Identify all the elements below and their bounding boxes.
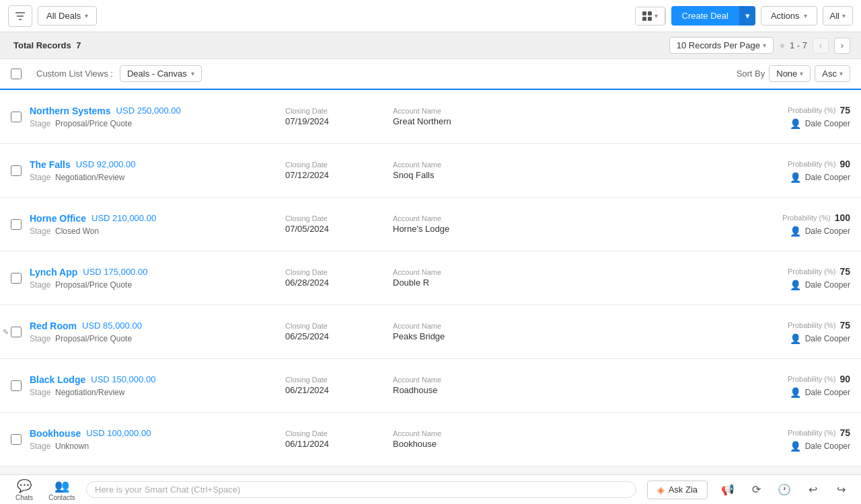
deal-probability: Probability (%) 75 👤 Dale Cooper xyxy=(716,427,850,452)
list-header-left: Custom List Views : Deals - Canvas ▾ xyxy=(11,65,202,82)
owner-name: Dale Cooper xyxy=(805,280,850,290)
svg-rect-4 xyxy=(648,11,652,15)
deal-name-link[interactable]: Black Lodge xyxy=(30,374,85,385)
account-name-label: Account Name xyxy=(393,214,527,222)
sort-none-dropdown[interactable]: None ▾ xyxy=(769,65,811,82)
deal-closing-date: Closing Date 07/12/2024 xyxy=(285,161,393,180)
total-records-text: Total Records 7 xyxy=(11,40,81,50)
closing-date-value: 07/12/2024 xyxy=(285,170,393,180)
deal-probability: Probability (%) 100 👤 Dale Cooper xyxy=(716,212,850,237)
deal-checkbox[interactable] xyxy=(11,380,22,391)
deal-main: Horne Office USD 210,000.00 Stage Closed… xyxy=(30,213,285,236)
deal-stage: Stage Proposal/Price Quote xyxy=(30,334,285,343)
probability-label: Probability (%) xyxy=(788,160,836,168)
create-deal-arrow-button[interactable]: ▾ xyxy=(739,6,755,26)
account-name-value: Roadhouse xyxy=(393,385,527,395)
account-name-value: Bookhouse xyxy=(393,439,527,449)
deal-name-link[interactable]: Northern Systems xyxy=(30,106,111,116)
actions-button[interactable]: Actions ▾ xyxy=(761,6,817,26)
deal-amount: USD 92,000.00 xyxy=(76,159,136,169)
sort-by-label: Sort By xyxy=(737,69,765,79)
prev-page-button[interactable]: ‹ xyxy=(813,38,829,54)
owner-name: Dale Cooper xyxy=(805,388,850,397)
deal-row: ✎ Black Lodge USD 150,000.00 Stage Negot… xyxy=(0,359,861,413)
probability-label: Probability (%) xyxy=(782,214,831,222)
account-name-value: Horne's Lodge xyxy=(393,224,527,234)
account-name-label: Account Name xyxy=(393,322,527,330)
next-page-button[interactable]: › xyxy=(834,38,850,54)
select-all-checkbox[interactable] xyxy=(11,69,22,79)
edit-pencil-icon[interactable]: ✎ xyxy=(3,327,9,336)
probability-value: 75 xyxy=(839,266,850,277)
create-deal-button[interactable]: Create Deal xyxy=(671,6,739,26)
deal-account: Account Name Horne's Lodge xyxy=(393,214,527,234)
deal-account: Account Name Great Northern xyxy=(393,107,527,126)
deal-stage-label: Stage xyxy=(30,226,50,236)
deal-closing-date: Closing Date 06/21/2024 xyxy=(285,376,393,395)
owner-name: Dale Cooper xyxy=(805,442,850,451)
deals-list: ✎ Northern Systems USD 250,000.00 Stage … xyxy=(0,89,861,466)
grid-view-button[interactable]: ▾ xyxy=(636,7,665,25)
sort-chevron-icon: ▾ xyxy=(800,70,803,77)
closing-date-label: Closing Date xyxy=(285,214,393,222)
deal-checkbox[interactable] xyxy=(11,434,22,445)
deal-row: ✎ Lynch App USD 175,000.00 Stage Proposa… xyxy=(0,251,861,305)
account-name-label: Account Name xyxy=(393,107,527,115)
owner-icon: 👤 xyxy=(790,226,801,237)
deal-main: Red Room USD 85,000.00 Stage Proposal/Pr… xyxy=(30,321,285,343)
closing-date-value: 07/19/2024 xyxy=(285,116,393,126)
deal-stage-label: Stage xyxy=(30,334,50,343)
deal-amount: USD 85,000.00 xyxy=(82,321,142,331)
deal-main: Black Lodge USD 150,000.00 Stage Negotia… xyxy=(30,374,285,397)
deal-checkbox[interactable] xyxy=(11,112,22,122)
deal-main: Northern Systems USD 250,000.00 Stage Pr… xyxy=(30,106,285,128)
deal-checkbox[interactable] xyxy=(11,273,22,284)
deal-name-link[interactable]: Horne Office xyxy=(30,213,86,224)
sort-order-dropdown[interactable]: Asc ▾ xyxy=(815,65,850,82)
owner-icon: 👤 xyxy=(790,333,801,344)
sort-value: None xyxy=(776,69,797,79)
probability-value: 75 xyxy=(839,320,850,331)
deal-checkbox[interactable] xyxy=(11,327,22,337)
deal-name-link[interactable]: Bookhouse xyxy=(30,428,81,439)
views-dropdown[interactable]: Deals - Canvas ▾ xyxy=(120,65,202,82)
closing-date-value: 06/11/2024 xyxy=(285,439,393,449)
per-page-label: 10 Records Per Page xyxy=(677,40,760,50)
deal-account: Account Name Peaks Bridge xyxy=(393,322,527,341)
view-toggle: ▾ xyxy=(635,7,666,26)
deal-account: Account Name Roadhouse xyxy=(393,376,527,395)
deal-stage-label: Stage xyxy=(30,119,50,128)
deal-name-link[interactable]: The Falls xyxy=(30,159,71,170)
deal-checkbox[interactable] xyxy=(11,165,22,176)
probability-label: Probability (%) xyxy=(788,429,836,437)
closing-date-label: Closing Date xyxy=(285,376,393,384)
probability-value: 75 xyxy=(839,105,850,116)
all-label: All xyxy=(830,11,839,21)
probability-label: Probability (%) xyxy=(788,267,836,276)
filter-button[interactable] xyxy=(8,5,32,27)
svg-rect-6 xyxy=(648,17,652,21)
deal-checkbox[interactable] xyxy=(11,219,22,230)
all-deals-chevron-icon: ▾ xyxy=(85,12,88,19)
per-page-dropdown[interactable]: 10 Records Per Page ▾ xyxy=(669,37,774,54)
prev-page-icon: ‹ xyxy=(819,40,822,50)
deal-probability: Probability (%) 90 👤 Dale Cooper xyxy=(716,374,850,398)
account-name-label: Account Name xyxy=(393,429,527,437)
deal-name-link[interactable]: Lynch App xyxy=(30,267,77,278)
account-name-value: Great Northern xyxy=(393,116,527,126)
all-deals-dropdown[interactable]: All Deals ▾ xyxy=(38,6,97,26)
views-dropdown-label: Deals - Canvas xyxy=(127,69,187,79)
deal-stage-label: Stage xyxy=(30,388,50,397)
actions-chevron-icon: ▾ xyxy=(804,12,807,19)
grid-chevron-icon: ▾ xyxy=(654,12,658,19)
deal-row: ✎ The Falls USD 92,000.00 Stage Negotiat… xyxy=(0,144,861,198)
deal-closing-date: Closing Date 07/19/2024 xyxy=(285,107,393,126)
all-button[interactable]: All ▾ xyxy=(823,6,853,26)
deal-amount: USD 100,000.00 xyxy=(86,428,151,438)
deal-stage-label: Stage xyxy=(30,280,50,290)
account-name-label: Account Name xyxy=(393,161,527,169)
deal-name-link[interactable]: Red Room xyxy=(30,321,77,331)
probability-label: Probability (%) xyxy=(788,321,836,329)
total-label: Total Records xyxy=(13,40,71,50)
account-name-label: Account Name xyxy=(393,376,527,384)
